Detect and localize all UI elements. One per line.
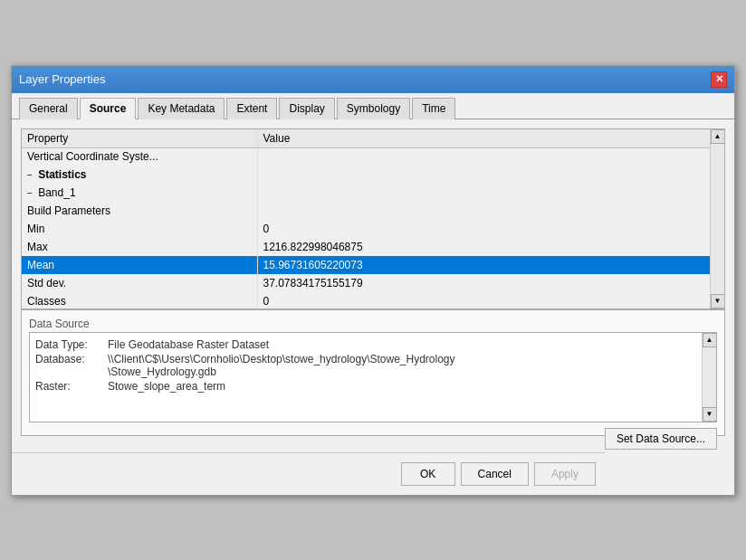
tab-time[interactable]: Time: [412, 98, 455, 119]
value-cell: 15.96731605220073: [257, 256, 710, 274]
close-button[interactable]: ✕: [711, 71, 727, 88]
scroll-down-arrow[interactable]: ▼: [711, 294, 725, 308]
property-label: Std dev.: [27, 277, 66, 289]
scroll-up-arrow[interactable]: ▲: [703, 333, 717, 347]
datasource-row-raster: Raster: Stowe_slope_area_term: [35, 380, 696, 393]
property-label: Band_1: [38, 186, 75, 199]
table-row[interactable]: Min 0: [22, 220, 710, 238]
property-cell: Build Parameters: [22, 202, 257, 220]
table-row[interactable]: − Statistics: [22, 166, 710, 184]
value-cell: 0: [257, 292, 710, 308]
properties-section: Property Value Vertical Coordinate Syste…: [21, 128, 725, 309]
table-row[interactable]: Max 1216.822998046875: [22, 238, 710, 256]
value-cell: [257, 184, 710, 202]
scroll-track[interactable]: [711, 144, 724, 294]
scroll-up-arrow[interactable]: ▲: [711, 129, 725, 144]
datasource-row-type: Data Type: File Geodatabase Raster Datas…: [35, 338, 696, 351]
property-cell: Classes: [22, 292, 257, 308]
title-bar: Layer Properties ✕: [12, 66, 734, 93]
tab-extent[interactable]: Extent: [226, 98, 277, 119]
property-label: Build Parameters: [27, 204, 110, 217]
datasource-val-db: \\Client\C$\Users\Cornholio\Desktop\stow…: [108, 353, 696, 378]
tabs-container: General Source Key Metadata Extent Displ…: [12, 93, 734, 119]
col-header-value: Value: [257, 129, 710, 148]
datasource-val-type: File Geodatabase Raster Dataset: [108, 338, 696, 351]
value-cell: 0: [257, 220, 710, 238]
property-label: Statistics: [38, 168, 86, 181]
properties-table-scroll[interactable]: Property Value Vertical Coordinate Syste…: [22, 129, 710, 308]
main-content: Property Value Vertical Coordinate Syste…: [12, 119, 734, 452]
cancel-button[interactable]: Cancel: [461, 462, 529, 486]
value-cell: [257, 147, 710, 166]
datasource-inner-box: Data Type: File Geodatabase Raster Datas…: [29, 332, 717, 422]
property-cell: Vertical Coordinate Syste...: [22, 147, 257, 166]
value-cell: [257, 202, 710, 220]
set-datasource-button[interactable]: Set Data Source...: [605, 428, 717, 450]
datasource-key-raster: Raster:: [35, 380, 108, 393]
tab-source[interactable]: Source: [80, 98, 137, 119]
datasource-key-type: Data Type:: [35, 338, 108, 351]
property-label: Classes: [27, 295, 66, 308]
properties-table: Property Value Vertical Coordinate Syste…: [22, 129, 710, 308]
tab-display[interactable]: Display: [279, 98, 334, 119]
scroll-down-arrow[interactable]: ▼: [703, 407, 717, 422]
property-label: Min: [27, 223, 44, 235]
property-cell: − Statistics: [22, 166, 257, 184]
property-label: Mean: [27, 259, 54, 271]
layer-properties-dialog: Layer Properties ✕ General Source Key Me…: [11, 65, 735, 496]
tab-symbology[interactable]: Symbology: [337, 98, 410, 119]
collapse-icon[interactable]: −: [27, 170, 33, 180]
table-row[interactable]: Classes 0: [22, 292, 710, 308]
datasource-label: Data Source: [29, 318, 717, 330]
col-header-property: Property: [22, 129, 257, 148]
table-row[interactable]: − Band_1: [22, 184, 710, 202]
datasource-section: Data Source Data Type: File Geodatabase …: [21, 309, 725, 436]
datasource-row-db: Database: \\Client\C$\Users\Cornholio\De…: [35, 353, 696, 378]
datasource-key-db: Database:: [35, 353, 108, 378]
apply-button[interactable]: Apply: [534, 462, 596, 486]
datasource-val-raster: Stowe_slope_area_term: [108, 380, 696, 393]
property-label: Vertical Coordinate Syste...: [27, 150, 158, 163]
property-cell: Mean: [22, 256, 257, 274]
dialog-title: Layer Properties: [19, 72, 105, 86]
datasource-content: Data Type: File Geodatabase Raster Datas…: [30, 333, 702, 422]
bottom-buttons: OK Cancel Apply: [12, 452, 605, 495]
scroll-track[interactable]: [703, 347, 716, 407]
property-cell: Min: [22, 220, 257, 238]
value-cell: 1216.822998046875: [257, 238, 710, 256]
value-cell: [257, 166, 710, 184]
table-row[interactable]: Vertical Coordinate Syste...: [22, 147, 710, 166]
tab-general[interactable]: General: [19, 98, 78, 119]
table-row[interactable]: Build Parameters: [22, 202, 710, 220]
table-row[interactable]: Std dev. 37.07834175155179: [22, 274, 710, 292]
property-cell: − Band_1: [22, 184, 257, 202]
table-scrollbar[interactable]: ▲ ▼: [710, 129, 724, 308]
property-cell: Std dev.: [22, 274, 257, 292]
tab-key-metadata[interactable]: Key Metadata: [138, 98, 225, 119]
table-row-selected[interactable]: Mean 15.96731605220073: [22, 256, 710, 274]
property-label: Max: [27, 241, 48, 253]
ok-button[interactable]: OK: [401, 462, 455, 486]
collapse-icon[interactable]: −: [27, 188, 33, 198]
value-cell: 37.07834175155179: [257, 274, 710, 292]
datasource-scrollbar[interactable]: ▲ ▼: [702, 333, 716, 422]
property-cell: Max: [22, 238, 257, 256]
